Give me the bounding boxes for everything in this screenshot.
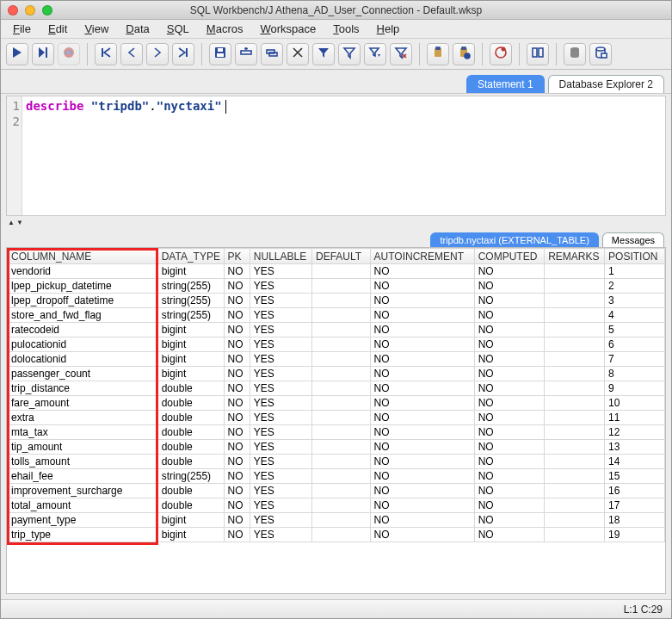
- cell-data_type: bigint: [157, 352, 224, 367]
- menu-help[interactable]: Help: [370, 21, 407, 37]
- db-2-button[interactable]: [589, 43, 612, 65]
- column-header-computed[interactable]: COMPUTED: [474, 249, 545, 264]
- menu-sql[interactable]: SQL: [160, 21, 196, 37]
- results-panel[interactable]: COLUMN_NAMEDATA_TYPEPKNULLABLEDEFAULTAUT…: [6, 247, 666, 594]
- save-button[interactable]: [209, 43, 231, 65]
- zoom-window-button[interactable]: [42, 5, 52, 15]
- table-row[interactable]: ehail_feestring(255)NOYESNONO15: [8, 469, 665, 484]
- cell-default: [312, 396, 371, 411]
- code-line[interactable]: describe "tripdb"."nyctaxi": [26, 98, 662, 114]
- table-row[interactable]: improvement_surchargedoubleNOYESNONO16: [8, 484, 665, 498]
- table-row[interactable]: trip_distancedoubleNOYESNONO9: [8, 381, 665, 396]
- svg-rect-2: [66, 52, 71, 53]
- tab-database-explorer-2[interactable]: Database Explorer 2: [548, 75, 664, 93]
- splitter-handle[interactable]: ▲ ▼: [1, 218, 671, 226]
- first-button[interactable]: [95, 43, 117, 65]
- cell-autoincrement: NO: [370, 528, 474, 542]
- cell-data_type: bigint: [157, 513, 224, 528]
- next-button[interactable]: [146, 43, 169, 65]
- paste-2-button[interactable]: [453, 43, 475, 65]
- cell-remarks: [545, 498, 605, 513]
- cell-computed: NO: [474, 337, 545, 352]
- code-line[interactable]: [26, 114, 662, 129]
- duplicate-row-button[interactable]: [261, 43, 283, 65]
- menu-workspace[interactable]: Workspace: [253, 21, 323, 37]
- results-table[interactable]: COLUMN_NAMEDATA_TYPEPKNULLABLEDEFAULTAUT…: [7, 248, 665, 542]
- table-row[interactable]: tip_amountdoubleNOYESNONO13: [8, 440, 665, 455]
- column-header-position[interactable]: POSITION: [605, 249, 665, 264]
- column-header-data_type[interactable]: DATA_TYPE: [157, 249, 224, 264]
- menu-tools[interactable]: Tools: [326, 21, 366, 37]
- table-row[interactable]: extradoubleNOYESNONO11: [8, 411, 665, 425]
- table-row[interactable]: passenger_countbigintNOYESNONO8: [8, 367, 665, 381]
- filter-dropdown-button[interactable]: [364, 43, 386, 65]
- table-row[interactable]: fare_amountdoubleNOYESNONO10: [8, 396, 665, 411]
- results-tab-tripdb-nyctaxi-external-table-[interactable]: tripdb.nyctaxi (EXTERNAL_TABLE): [430, 232, 598, 247]
- text-caret: [225, 100, 226, 114]
- sql-editor[interactable]: 12 describe "tripdb"."nyctaxi": [6, 96, 666, 216]
- cell-data_type: bigint: [157, 528, 224, 542]
- filter-dropdown-icon: [368, 46, 382, 62]
- column-header-nullable[interactable]: NULLABLE: [250, 249, 311, 264]
- cell-pk: NO: [224, 367, 250, 381]
- db-1-icon: [568, 46, 582, 62]
- minimize-window-button[interactable]: [25, 5, 35, 15]
- menu-edit[interactable]: Edit: [41, 21, 74, 37]
- table-row[interactable]: dolocationidbigintNOYESNONO7: [8, 352, 665, 367]
- filter-apply-button[interactable]: [338, 43, 361, 65]
- toolbar-separator: [201, 43, 202, 65]
- cell-data_type: double: [157, 440, 224, 455]
- table-row[interactable]: tolls_amountdoubleNOYESNONO14: [8, 455, 665, 469]
- cell-data_type: double: [157, 484, 224, 498]
- column-header-pk[interactable]: PK: [224, 249, 250, 264]
- run-current-button[interactable]: [32, 43, 54, 65]
- menu-file[interactable]: File: [6, 21, 38, 37]
- menu-view[interactable]: View: [77, 21, 115, 37]
- table-row[interactable]: store_and_fwd_flagstring(255)NOYESNONO4: [8, 308, 665, 323]
- cell-nullable: YES: [250, 308, 311, 323]
- editor-code-area[interactable]: describe "tripdb"."nyctaxi": [22, 96, 665, 215]
- cell-autoincrement: NO: [370, 323, 474, 337]
- table-row[interactable]: total_amountdoubleNOYESNONO17: [8, 498, 665, 513]
- column-header-column_name[interactable]: COLUMN_NAME: [8, 249, 158, 264]
- cell-autoincrement: NO: [370, 264, 474, 279]
- menu-macros[interactable]: Macros: [200, 21, 250, 37]
- cell-position: 15: [605, 469, 665, 484]
- table-row[interactable]: payment_typebigintNOYESNONO18: [8, 513, 665, 528]
- paste-1-button[interactable]: [427, 43, 449, 65]
- cell-pk: NO: [224, 294, 250, 308]
- db-1-button[interactable]: [564, 43, 586, 65]
- run-button[interactable]: [6, 43, 28, 65]
- column-header-remarks[interactable]: REMARKS: [545, 249, 605, 264]
- results-tab-messages[interactable]: Messages: [602, 232, 664, 247]
- table-row[interactable]: lpep_pickup_datetimestring(255)NOYESNONO…: [8, 279, 665, 294]
- stop-button[interactable]: [58, 43, 80, 65]
- tab-statement-1[interactable]: Statement 1: [466, 75, 545, 93]
- delete-row-button[interactable]: [287, 43, 309, 65]
- menu-data[interactable]: Data: [119, 21, 156, 37]
- prev-button[interactable]: [120, 43, 143, 65]
- cell-data_type: double: [157, 455, 224, 469]
- cell-default: [312, 337, 371, 352]
- table-row[interactable]: pulocationidbigintNOYESNONO6: [8, 337, 665, 352]
- table-row[interactable]: vendoridbigintNOYESNONO1: [8, 264, 665, 279]
- close-window-button[interactable]: [8, 5, 18, 15]
- last-button[interactable]: [172, 43, 194, 65]
- filter-clear-button[interactable]: [390, 43, 412, 65]
- cell-remarks: [545, 264, 605, 279]
- table-row[interactable]: trip_typebigintNOYESNONO19: [8, 528, 665, 542]
- filter-button[interactable]: [312, 43, 335, 65]
- table-row[interactable]: lpep_dropoff_datetimestring(255)NOYESNON…: [8, 294, 665, 308]
- table-row[interactable]: mta_taxdoubleNOYESNONO12: [8, 425, 665, 440]
- cell-default: [312, 381, 371, 396]
- cell-default: [312, 484, 371, 498]
- column-header-default[interactable]: DEFAULT: [312, 249, 371, 264]
- column-header-autoincrement[interactable]: AUTOINCREMENT: [370, 249, 474, 264]
- cell-column_name: payment_type: [8, 513, 158, 528]
- svg-rect-7: [218, 48, 223, 52]
- commit-button[interactable]: [490, 43, 512, 65]
- delete-row-icon: [291, 46, 305, 62]
- show-tool-button[interactable]: [527, 43, 549, 65]
- table-row[interactable]: ratecodeidbigintNOYESNONO5: [8, 323, 665, 337]
- insert-row-button[interactable]: [235, 43, 257, 65]
